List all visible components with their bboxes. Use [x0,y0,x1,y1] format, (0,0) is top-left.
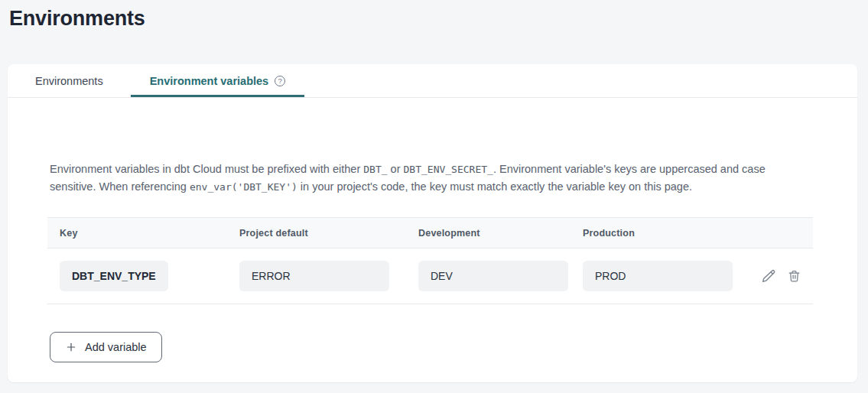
project-default-cell: ERROR [239,261,418,291]
development-value: DEV [418,261,568,291]
plus-icon [65,341,77,353]
variables-table: Key Project default Development Producti… [47,217,813,304]
code-dbt-prefix: DBT_ [363,164,387,175]
description-part4: in your project's code, the key must mat… [297,180,692,193]
column-header-development: Development [418,228,583,239]
variable-key-pill: DBT_ENV_TYPE [60,261,168,291]
table-row: DBT_ENV_TYPE ERROR DEV PROD [47,248,813,304]
production-value: PROD [583,261,733,291]
column-header-production: Production [583,228,761,239]
development-cell: DEV [418,261,583,291]
row-actions [761,268,814,284]
trash-icon [787,268,801,284]
description-part1: Environment variables in dbt Cloud must … [50,163,363,175]
pencil-icon [761,268,777,284]
edit-variable-button[interactable] [761,268,777,284]
table-header-row: Key Project default Development Producti… [47,218,813,248]
add-variable-label: Add variable [85,341,147,353]
code-dbt-env-secret-prefix: DBT_ENV_SECRET_ [404,164,493,175]
delete-variable-button[interactable] [787,268,801,284]
description-text: Environment variables in dbt Cloud must … [50,161,813,196]
help-circle-icon[interactable]: ? [275,76,285,86]
tab-environment-variables-label: Environment variables [150,75,269,87]
add-variable-button[interactable]: Add variable [50,332,162,362]
code-env-var-example: env_var('DBT_KEY') [190,181,297,193]
column-header-project-default: Project default [239,228,418,239]
tab-environments-label: Environments [35,75,103,87]
tab-environments[interactable]: Environments [8,64,131,97]
tab-environment-variables[interactable]: Environment variables ? [131,64,305,97]
production-cell: PROD [583,261,761,291]
tab-bar: Environments Environment variables ? [8,64,857,98]
description-part2: or [388,163,404,175]
column-header-key: Key [47,228,239,239]
page-title: Environments [9,7,868,31]
environment-variables-card: Environments Environment variables ? Env… [8,64,857,382]
project-default-value: ERROR [239,261,389,291]
key-cell: DBT_ENV_TYPE [47,261,239,291]
